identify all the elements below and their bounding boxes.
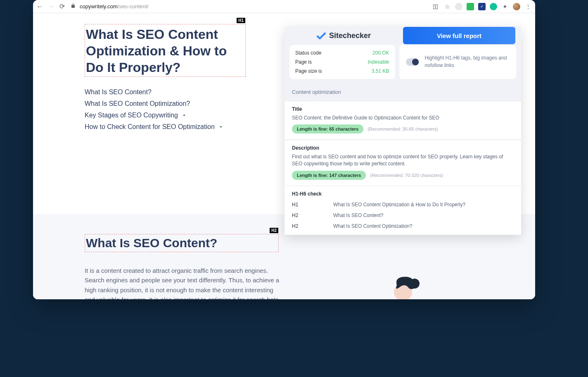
description-label: Description [292,145,514,151]
status-label: Page size is [295,68,322,74]
star-icon[interactable]: ☆ [443,3,451,10]
highlight-toggle[interactable] [406,58,419,66]
chevron-down-icon [181,112,187,118]
heading-text: What Is SEO Content Optimization? [333,223,412,229]
heading-tag: H2 [292,212,333,218]
toc-label: What Is SEO Content? [85,88,152,96]
sitechecker-panel: Sitechecker View full report Status code… [285,26,521,235]
brand-name: Sitechecker [329,31,371,40]
heading-text: What Is SEO Content? [333,212,383,218]
panel-brand: Sitechecker [290,31,397,40]
heading-row-h2-1: H2What Is SEO Content Optimization? [292,221,514,231]
sitechecker-logo-icon [317,32,326,39]
title-length-pill: Length is fine: 65 characters [292,124,363,134]
panel-header: Sitechecker View full report [285,26,521,45]
section-paragraph: It is a content created to attract organ… [85,266,281,299]
h2-badge: H2 [270,228,278,233]
description-check-section: Description Find out what is SEO content… [285,140,521,186]
url-path: /seo-content/ [118,3,149,10]
heading-tag: H2 [292,223,333,229]
table-of-contents: What Is SEO Content? What Is SEO Content… [85,88,224,131]
heading-text: What Is SEO Content Optimization & How t… [333,202,465,208]
status-label: Status code [295,50,321,56]
profile-avatar[interactable] [513,3,520,10]
toolbar-icons: ⚿ ☆ ✓ ✦ ⋮ [432,3,532,10]
h2-container: H2 What Is SEO Content? [85,234,279,252]
ext-icon-1[interactable] [455,3,462,10]
toggle-label: Highlight H1-H6 tags, big images and nof… [425,55,510,69]
status-label: Page is [295,59,312,65]
content-optimization-heading: Content optimization [285,83,521,101]
toc-item-2[interactable]: Key Stages of SEO Copywriting [85,112,224,119]
browser-window: ← → ⟳ copywritely.com/seo-content/ ⚿ ☆ ✓… [33,0,535,299]
title-check-section: Title SEO Content: the Definitive Guide … [285,101,521,140]
title-text: SEO Content: the Definitive Guide to Opt… [292,115,514,122]
heading-check-section: H1-H6 check H1What Is SEO Content Optimi… [285,186,521,235]
url-host: copywritely.com [80,3,118,10]
status-value: 200 OK [372,50,389,56]
toc-label: Key Stages of SEO Copywriting [85,112,178,119]
sitechecker-ext-icon[interactable]: ✓ [478,3,486,10]
title-label: Title [292,106,514,112]
person-illustration [366,268,440,299]
toc-label: How to Check Content for SEO Optimizatio… [85,123,215,131]
status-row-size: Page size is3.51 KB [295,68,389,74]
toc-item-0[interactable]: What Is SEO Content? [85,88,224,96]
key-icon[interactable]: ⚿ [432,3,439,10]
page-title: What Is SEO Content Optimization & How t… [86,26,244,76]
address-bar: ← → ⟳ copywritely.com/seo-content/ ⚿ ☆ ✓… [33,0,535,13]
toc-item-1[interactable]: What Is SEO Content Optimization? [85,100,224,107]
status-value: 3.51 KB [372,68,389,74]
section-heading: What Is SEO Content? [86,236,277,250]
heading-tag: H1 [292,202,333,208]
forward-icon[interactable]: → [48,3,55,10]
h1-container: H1 What Is SEO Content Optimization & Ho… [85,24,246,77]
evernote-icon[interactable] [467,3,474,10]
status-card: Status code200 OK Page isIndexable Page … [289,45,395,79]
svg-point-1 [410,279,420,289]
status-row-index: Page isIndexable [295,59,389,65]
lock-icon [71,3,76,10]
heading-check-label: H1-H6 check [292,191,514,197]
description-text: Find out what is SEO content and how to … [292,153,514,167]
description-recommendation: (Recommended: 70-320 characters) [370,173,443,178]
h2-highlight-box: H2 What Is SEO Content? [85,234,279,252]
chevron-down-icon [218,124,224,130]
reload-icon[interactable]: ⟳ [59,2,65,10]
menu-dots-icon[interactable]: ⋮ [524,3,532,10]
toc-item-3[interactable]: How to Check Content for SEO Optimizatio… [85,123,224,131]
summary-cards: Status code200 OK Page isIndexable Page … [285,45,521,83]
view-full-report-button[interactable]: View full report [403,27,515,44]
page-content: H1 What Is SEO Content Optimization & Ho… [33,13,535,299]
description-length-pill: Length is fine: 147 characters [292,171,366,180]
status-value: Indexable [368,59,389,65]
back-icon[interactable]: ← [36,3,43,10]
title-recommendation: (Recommended: 35-65 characters) [368,126,438,131]
heading-row-h1: H1What Is SEO Content Optimization & How… [292,199,514,210]
h1-highlight-box: H1 What Is SEO Content Optimization & Ho… [85,24,246,77]
extensions-icon[interactable]: ✦ [501,3,509,10]
h1-badge: H1 [237,18,245,23]
heading-row-h2-0: H2What Is SEO Content? [292,210,514,221]
url-display[interactable]: copywritely.com/seo-content/ [80,3,428,10]
toggle-card: Highlight H1-H6 tags, big images and nof… [399,45,516,79]
status-row-code: Status code200 OK [295,50,389,56]
toc-label: What Is SEO Content Optimization? [85,100,190,107]
grammarly-icon[interactable] [490,3,497,10]
